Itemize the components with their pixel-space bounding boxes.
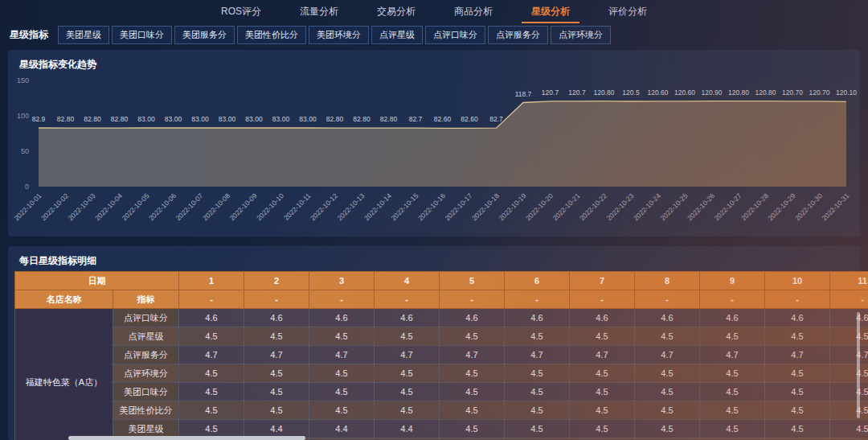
nav-tab-4[interactable]: 星级分析 — [522, 3, 579, 23]
value-cell: 4.7 — [635, 346, 700, 364]
x-axis-date-label: 2022-10-02 — [39, 191, 70, 222]
data-label: 120.80 — [755, 88, 776, 97]
value-cell: 4.5 — [570, 383, 635, 401]
table-title: 每日星级指标明细 — [8, 246, 860, 268]
value-cell: 4.5 — [309, 383, 375, 401]
horizontal-scrollbar-thumb[interactable] — [68, 436, 305, 440]
data-label: 83.00 — [165, 115, 182, 123]
data-label: 120.5 — [622, 88, 640, 97]
value-cell: 4.5 — [765, 327, 830, 346]
data-label: 83.00 — [272, 115, 290, 123]
x-axis-date-label: 2022-10-09 — [228, 191, 259, 222]
value-cell: 4.5 — [635, 420, 700, 438]
value-cell: 4.5 — [440, 364, 505, 383]
value-cell: 4.5 — [440, 327, 505, 346]
value-cell: 4.6 — [765, 309, 830, 327]
value-cell: 4.5 — [375, 401, 440, 420]
value-cell: 4.5 — [635, 383, 700, 401]
data-label: 120.90 — [702, 88, 723, 97]
data-label: 120.7 — [542, 88, 559, 97]
filter-button-6[interactable]: 点评口味分 — [425, 26, 485, 44]
nav-tab-5[interactable]: 评价分析 — [599, 3, 657, 23]
data-label: 83.00 — [299, 115, 317, 123]
value-cell: 4.6 — [375, 309, 440, 327]
value-cell: 4.5 — [635, 364, 700, 383]
store-name-cell: 福建特色菜（A店） — [15, 309, 113, 440]
trend-chart-panel: 星级指标变化趋势 05010015082.982.8082.8082.8083.… — [8, 50, 860, 236]
filter-button-4[interactable]: 美团环境分 — [309, 26, 369, 44]
value-cell: 4.5 — [700, 420, 765, 438]
data-label: 82.9 — [32, 115, 46, 123]
y-axis-tick: 0 — [25, 183, 29, 191]
value-cell: 4.4 — [309, 420, 375, 438]
value-cell: 4.5 — [830, 401, 868, 420]
value-cell: 4.6 — [440, 309, 505, 327]
value-cell: 4.5 — [375, 364, 440, 383]
metric-header-cell: 指标 — [113, 290, 179, 309]
y-axis-tick: 150 — [17, 76, 29, 84]
vertical-scrollbar-thumb[interactable] — [857, 312, 860, 418]
value-cell: 4.7 — [765, 346, 830, 364]
x-axis-date-label: 2022-10-05 — [121, 191, 151, 222]
filter-button-1[interactable]: 美团口味分 — [112, 26, 172, 44]
nav-tab-2[interactable]: 交易分析 — [367, 3, 425, 23]
data-label: 82.7 — [489, 115, 503, 123]
x-axis-date-label: 2022-10-17 — [444, 191, 474, 222]
value-cell: 4.5 — [244, 383, 309, 401]
dash-cell: - — [309, 290, 375, 309]
filter-button-0[interactable]: 美团星级 — [58, 26, 109, 44]
top-nav: ROS评分流量分析交易分析商品分析星级分析评价分析 — [0, 0, 868, 23]
value-cell: 4.6 — [570, 309, 635, 327]
value-cell: 4.5 — [505, 364, 570, 383]
x-axis-date-label: 2022-10-30 — [793, 191, 824, 222]
filter-button-3[interactable]: 美团性价比分 — [237, 26, 306, 44]
nav-tab-3[interactable]: 商品分析 — [444, 3, 502, 23]
x-axis-date-label: 2022-10-23 — [605, 191, 636, 222]
value-cell: 4.6 — [505, 309, 570, 327]
value-cell: 4.5 — [570, 327, 635, 346]
value-cell: 4.5 — [765, 420, 830, 438]
metric-name-cell: 点评服务分 — [113, 346, 179, 364]
dash-cell: - — [375, 290, 440, 309]
x-axis-date-label: 2022-10-14 — [362, 191, 393, 222]
day-column-header: 7 — [570, 272, 635, 290]
trend-area-chart[interactable]: 05010015082.982.8082.8082.8083.0083.0083… — [8, 74, 860, 235]
filter-button-5[interactable]: 点评星级 — [371, 26, 423, 44]
table-row: 点评星级4.54.54.54.54.54.54.54.54.54.54.5 — [15, 327, 868, 346]
value-cell: 4.5 — [505, 420, 570, 438]
daily-detail-table: 日期 1234567891011 名店名称 指标 ----------- 福建特… — [14, 271, 868, 440]
value-cell: 4.7 — [700, 346, 765, 364]
table-row: 点评服务分4.74.74.74.74.74.74.74.74.74.74.7 — [15, 346, 868, 364]
filter-button-2[interactable]: 美团服务分 — [174, 26, 235, 44]
value-cell: 4.6 — [179, 309, 244, 327]
day-header-row: 日期 1234567891011 — [15, 272, 868, 290]
data-label: 120.60 — [674, 88, 695, 97]
day-column-header: 9 — [700, 272, 765, 290]
filter-button-8[interactable]: 点评环境分 — [551, 26, 611, 44]
metric-name-cell: 美团性价比分 — [113, 401, 179, 420]
value-cell: 4.5 — [179, 401, 244, 420]
day-column-header: 11 — [830, 272, 868, 290]
filter-button-7[interactable]: 点评服务分 — [488, 26, 548, 44]
data-label: 83.00 — [245, 115, 263, 123]
value-cell: 4.7 — [570, 346, 635, 364]
x-axis-date-label: 2022-10-15 — [390, 191, 420, 222]
x-axis-date-label: 2022-10-25 — [659, 191, 690, 222]
nav-tabs: ROS评分流量分析交易分析商品分析星级分析评价分析 — [211, 3, 657, 23]
data-label: 82.80 — [326, 115, 344, 123]
value-cell: 4.7 — [244, 346, 309, 364]
value-cell: 4.6 — [309, 309, 375, 327]
x-axis-date-label: 2022-10-13 — [336, 191, 366, 222]
value-cell: 4.5 — [375, 327, 440, 346]
dash-cell: - — [244, 290, 309, 309]
value-cell: 4.6 — [244, 309, 309, 327]
dash-cell: - — [570, 290, 635, 309]
sub-header-row: 名店名称 指标 ----------- — [15, 290, 868, 309]
nav-tab-1[interactable]: 流量分析 — [290, 3, 348, 23]
data-label: 82.80 — [84, 115, 101, 123]
nav-tab-0[interactable]: ROS评分 — [211, 3, 271, 23]
table-row: 美团性价比分4.54.54.54.54.54.54.54.54.54.54.5 — [15, 401, 868, 420]
dash-cell: - — [765, 290, 830, 309]
value-cell: 4.5 — [635, 401, 700, 420]
data-label: 120.60 — [648, 88, 669, 97]
